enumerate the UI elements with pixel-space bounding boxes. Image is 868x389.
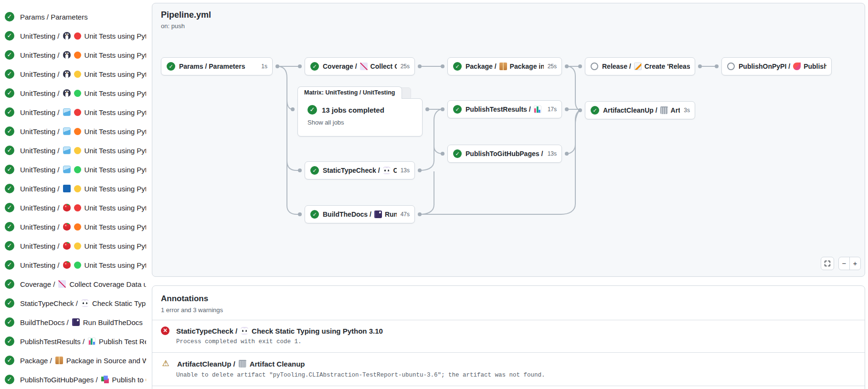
skipped-icon — [591, 63, 598, 70]
job-node-label: ArtifactCleanUp /Artifac... — [603, 106, 680, 114]
job-node-publishonpypi[interactable]: PublishOnPyPI /Publish to ... — [721, 57, 832, 75]
success-icon: ✓ — [310, 210, 319, 219]
annotation-message: Process completed with exit code 1. — [176, 338, 856, 345]
sidebar-job-item[interactable]: ✓UnitTesting /Unit Tests using Pyth... — [0, 179, 149, 198]
matrix-summary: ✓ 13 jobs completed — [307, 105, 422, 115]
sidebar-job-label: UnitTesting /Unit Tests using Pyth... — [20, 32, 146, 40]
apple-icon — [63, 204, 71, 211]
sidebar-job-item[interactable]: ✓UnitTesting /Unit Tests using Pyth... — [0, 141, 149, 160]
success-icon: ✓ — [5, 69, 14, 79]
sidebar-job-label: UnitTesting /Unit Tests using Pyth... — [20, 261, 146, 269]
fullscreen-icon — [824, 260, 831, 267]
annotation-job-name: StaticTypeCheck /Check Static Typing usi… — [176, 327, 383, 335]
sidebar-job-item[interactable]: ✓UnitTesting /Unit Tests using Pyth... — [0, 236, 149, 255]
sidebar-job-item[interactable]: ✓Params / Parameters — [0, 7, 149, 26]
sidebar-job-item[interactable]: ✓UnitTesting /Unit Tests using Pyth... — [0, 103, 149, 122]
job-node-publishtestresults[interactable]: ✓PublishTestResults /Pu...17s — [447, 100, 562, 118]
sidebar-job-label: StaticTypeCheck /Check Static Typing... — [20, 299, 146, 307]
success-icon: ✓ — [5, 88, 14, 98]
penguin-icon — [63, 70, 71, 78]
job-node-publishtogithubpages[interactable]: ✓PublishToGitHubPages /...13s — [447, 145, 562, 163]
success-icon: ✓ — [307, 105, 317, 115]
success-icon: ✓ — [5, 50, 14, 60]
sidebar-job-item[interactable]: ✓UnitTesting /Unit Tests using Pyth... — [0, 84, 149, 103]
sidebar-job-item[interactable]: ✓UnitTesting /Unit Tests using Pyth... — [0, 64, 149, 84]
cube-icon — [63, 127, 71, 135]
zoom-out-button[interactable]: − — [839, 257, 850, 270]
job-node-package[interactable]: ✓Package /Package in So...25s — [447, 57, 562, 75]
job-node-params[interactable]: ✓Params / Parameters1s — [161, 57, 273, 75]
sidebar-job-item[interactable]: ✓BuildTheDocs /Run BuildTheDocs — [0, 313, 149, 332]
python-version-dot — [74, 262, 81, 269]
annotation-message: Unable to delete artifact "pyTooling.CLI… — [176, 372, 856, 378]
sidebar-job-item[interactable]: ✓PublishTestResults /Publish Test Resu..… — [0, 332, 149, 351]
sidebar-job-item[interactable]: ✓UnitTesting /Unit Tests using Pyth... — [0, 122, 149, 141]
job-node-release[interactable]: Release /Create 'Release P... — [585, 57, 695, 75]
show-all-jobs-link[interactable]: Show all jobs — [307, 119, 422, 126]
sidebar-job-item[interactable]: ✓UnitTesting /Unit Tests using Pyth... — [0, 26, 149, 45]
success-icon: ✓ — [5, 336, 14, 346]
sidebar-job-item[interactable]: ✓UnitTesting /Unit Tests using Pyth... — [0, 160, 149, 179]
error-icon: × — [161, 326, 169, 335]
sidebar-job-item[interactable]: ✓StaticTypeCheck /Check Static Typing... — [0, 294, 149, 313]
sidebar-job-item[interactable]: ✓Coverage /Collect Coverage Data usi... — [0, 274, 149, 294]
matrix-summary-label: 13 jobs completed — [322, 106, 384, 114]
apple-icon — [63, 261, 71, 269]
annotation-job-link[interactable]: ⚠ArtifactCleanUp /Artifact Cleanup — [161, 359, 856, 368]
package-icon — [55, 357, 63, 364]
sidebar-job-label: UnitTesting /Unit Tests using Pyth... — [20, 242, 146, 250]
job-node-artifactcleanup[interactable]: ✓ArtifactCleanUp /Artifac...3s — [585, 101, 695, 119]
zoom-in-button[interactable]: + — [850, 257, 860, 270]
workflow-run-page: ✓Params / Parameters✓UnitTesting /Unit T… — [0, 0, 868, 389]
sidebar-job-item[interactable]: ✓UnitTesting /Unit Tests using Pyth... — [0, 45, 149, 64]
graph-edges — [152, 3, 866, 277]
sidebar-job-label: UnitTesting /Unit Tests using Pyth... — [20, 127, 146, 136]
python-version-dot — [74, 204, 81, 211]
python-version-dot — [74, 128, 81, 135]
sidebar-job-label: UnitTesting /Unit Tests using Pyth... — [20, 204, 146, 212]
success-icon: ✓ — [5, 222, 14, 231]
apple-icon — [63, 242, 71, 250]
success-icon: ✓ — [310, 166, 319, 175]
workflow-file-title: Pipeline.yml — [161, 10, 211, 20]
barchart-icon — [88, 337, 95, 345]
matrix-group-card[interactable]: ✓ 13 jobs completed Show all jobs — [297, 98, 423, 137]
job-node-label: Release /Create 'Release P... — [602, 63, 690, 70]
sidebar-job-label: BuildTheDocs /Run BuildTheDocs — [20, 318, 143, 326]
python-version-dot — [74, 52, 81, 59]
sidebar-job-label: PublishToGitHubPages /Publish to G... — [20, 376, 146, 384]
sidebar-job-item[interactable]: ✓UnitTesting /Unit Tests using Pyth... — [0, 217, 149, 236]
zoom-control: − + — [838, 257, 861, 270]
sidebar-job-label: UnitTesting /Unit Tests using Pyth... — [20, 51, 146, 59]
job-node-statictypecheck[interactable]: ✓StaticTypeCheck /Chec...13s — [305, 161, 415, 179]
sidebar-job-item[interactable]: ✓Package /Package in Source and Wh... — [0, 351, 149, 370]
python-version-dot — [74, 90, 81, 97]
python-version-dot — [74, 242, 81, 250]
sidebar-job-item[interactable]: ✓UnitTesting /Unit Tests using Pyth... — [0, 255, 149, 274]
python-version-dot — [74, 166, 81, 173]
job-node-coverage[interactable]: ✓Coverage /Collect Cove...25s — [305, 57, 415, 75]
success-icon: ✓ — [5, 184, 14, 193]
fullscreen-button[interactable] — [821, 257, 834, 270]
job-duration: 25s — [401, 63, 410, 70]
success-icon: ✓ — [5, 203, 14, 212]
matrix-group-tab: Matrix: UnitTesting / UnitTesting — [297, 86, 402, 99]
sidebar-job-item[interactable]: ✓UnitTesting /Unit Tests using Pyth... — [0, 198, 149, 217]
sidebar-job-item[interactable]: ✓PublishToGitHubPages /Publish to G... — [0, 370, 149, 389]
sidebar-job-label: UnitTesting /Unit Tests using Pyth... — [20, 185, 146, 193]
job-node-label: StaticTypeCheck /Chec... — [323, 167, 397, 174]
job-node-buildthedocs[interactable]: ✓BuildTheDocs /Run Buil...47s — [305, 205, 415, 223]
annotations-header: Annotations 1 error and 3 warnings — [152, 286, 865, 320]
success-icon: ✓ — [5, 241, 14, 251]
python-version-dot — [74, 109, 81, 116]
chart-up-icon — [58, 280, 66, 288]
annotation-job-link[interactable]: ×StaticTypeCheck /Check Static Typing us… — [161, 326, 856, 335]
trash-icon — [660, 107, 668, 114]
job-node-label: BuildTheDocs /Run Buil... — [323, 210, 397, 218]
cube-icon — [63, 108, 71, 116]
python-version-dot — [74, 32, 81, 40]
workflow-graph-panel: Pipeline.yml on: push — [152, 3, 865, 277]
success-icon: ✓ — [5, 317, 14, 327]
windows-icon — [63, 185, 71, 192]
annotations-panel: Annotations 1 error and 3 warnings ×Stat… — [152, 285, 865, 389]
